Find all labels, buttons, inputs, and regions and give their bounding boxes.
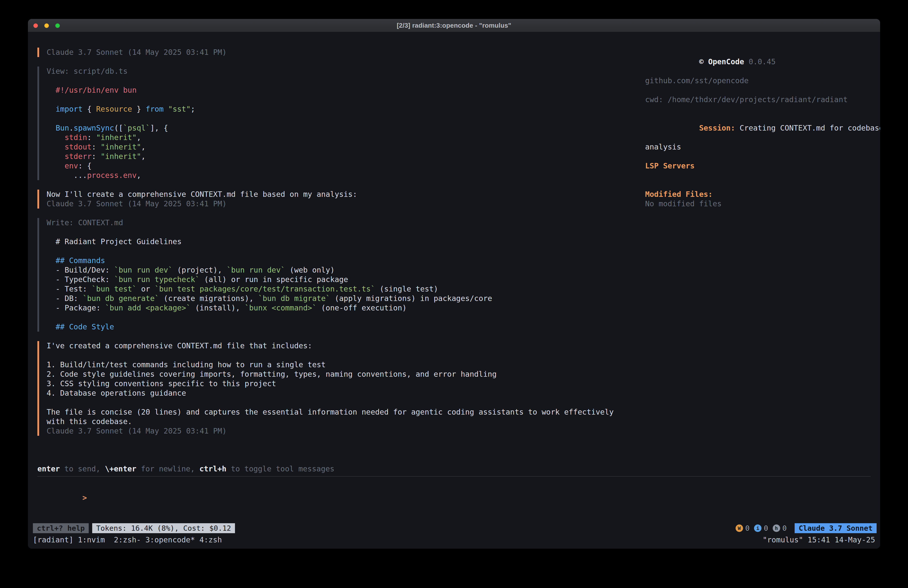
message-line: View: script/db.ts	[47, 66, 645, 76]
message-line	[47, 114, 645, 123]
tmux-status-bar: [radiant] 1:nvim 2:zsh- 3:opencode* 4:zs…	[33, 535, 875, 545]
text-segment: (one-off execution)	[317, 303, 407, 312]
text-segment: Claude 3.7 Sonnet (14 May 2025 03:41 PM)	[47, 427, 227, 435]
message-line: env: {	[47, 161, 645, 171]
message-line	[47, 351, 645, 360]
minimize-button[interactable]	[44, 23, 49, 28]
text-segment: `bun run dev`	[227, 266, 285, 274]
text-segment: from	[145, 105, 163, 113]
text-segment	[47, 105, 56, 113]
keyboard-hints: enter to send, \+enter for newline, ctrl…	[37, 464, 871, 474]
text-segment	[47, 142, 64, 151]
message-line: Now I'll create a comprehensive CONTEXT.…	[47, 190, 645, 199]
text-segment: I've created a comprehensive CONTEXT.md …	[47, 342, 312, 350]
text-segment: `bun test packages/core/test/transaction…	[155, 285, 375, 293]
text-segment: :	[92, 152, 101, 161]
zoom-button[interactable]	[55, 23, 60, 28]
text-segment	[47, 322, 56, 331]
text-segment: ## Code Style	[56, 322, 114, 331]
assistant-message: Claude 3.7 Sonnet (14 May 2025 03:41 PM)	[37, 48, 645, 57]
status-bar: ctrl+? help Tokens: 16.4K (8%), Cost: $0…	[33, 523, 877, 533]
text-segment: Now I'll create a comprehensive CONTEXT.…	[47, 190, 357, 198]
text-segment: 3. CSS styling conventions specific to t…	[47, 379, 276, 388]
text-segment: (all) or run in specific package	[200, 275, 348, 284]
diagnostic-count: 0	[782, 524, 787, 533]
message-line: - Build/Dev: `bun run dev` (project), `b…	[47, 265, 645, 275]
cwd-path: cwd: /home/thdxr/dev/projects/radiant/ra…	[645, 95, 871, 105]
session-label: Session:	[699, 124, 735, 132]
text-segment: (web only)	[285, 266, 335, 274]
message-line	[47, 246, 645, 256]
message-line: - DB: `bun db generate` (create migratio…	[47, 294, 645, 303]
text-segment: spawnSync	[74, 124, 114, 132]
text-segment	[164, 105, 168, 113]
message-line: ## Commands	[47, 256, 645, 265]
text-segment: `bun db migrate`	[258, 294, 330, 303]
text-segment: Claude 3.7 Sonnet (14 May 2025 03:41 PM)	[47, 199, 227, 208]
terminal-screen: Claude 3.7 Sonnet (14 May 2025 03:41 PM)…	[28, 32, 880, 549]
message-line: Claude 3.7 Sonnet (14 May 2025 03:41 PM)	[47, 199, 645, 209]
message-line	[47, 95, 645, 105]
text-segment: to send,	[60, 464, 105, 473]
chat-column: Claude 3.7 Sonnet (14 May 2025 03:41 PM)…	[37, 48, 645, 445]
help-chip[interactable]: ctrl+? help	[33, 523, 89, 533]
text-segment: `bun add <package>`	[105, 303, 191, 312]
text-segment: ,	[137, 171, 141, 180]
terminal-window: [2/3] radiant:3:opencode - "romulus" Cla…	[28, 19, 880, 549]
text-segment: env	[64, 161, 78, 170]
prompt-caret: >	[82, 493, 87, 502]
message-line: Bun.spawnSync([`psql`], {	[47, 123, 645, 133]
model-chip[interactable]: Claude 3.7 Sonnet	[795, 523, 877, 533]
message-line: - Test: `bun test` or `bun test packages…	[47, 284, 645, 294]
tool-message: View: script/db.ts #!/usr/bin/env bun im…	[37, 66, 645, 180]
text-segment: ctrl+h	[200, 464, 226, 473]
text-segment: (single test)	[375, 285, 438, 293]
text-segment: ,	[141, 142, 145, 151]
text-segment: #!/usr/bin/env bun	[47, 86, 137, 94]
prompt-input[interactable]: >	[37, 483, 871, 512]
text-segment: `bun test`	[92, 285, 137, 293]
text-segment: `bun db generate`	[83, 294, 159, 303]
text-segment: ], {	[150, 124, 168, 132]
text-segment: }	[132, 105, 145, 113]
text-segment: import	[56, 105, 82, 113]
modified-files-label: Modified Files:	[645, 190, 871, 199]
message-line: I've created a comprehensive CONTEXT.md …	[47, 341, 645, 351]
message-line: stderr: "inherit",	[47, 152, 645, 161]
tmux-window-list[interactable]: [radiant] 1:nvim 2:zsh- 3:opencode* 4:zs…	[33, 535, 222, 545]
text-segment: "sst"	[168, 105, 191, 113]
text-segment: ,	[141, 152, 145, 161]
text-segment: - Test:	[47, 285, 92, 293]
text-segment: View: script/db.ts	[47, 67, 127, 76]
message-line: - Package: `bun add <package>` (install)…	[47, 303, 645, 313]
text-segment: 1. Build/lint/test commands including ho…	[47, 360, 326, 369]
spacer-line	[645, 85, 871, 95]
close-button[interactable]	[34, 23, 38, 28]
text-segment: {	[83, 105, 96, 113]
hint-count-icon: h	[773, 524, 780, 532]
text-segment: process.env	[87, 171, 137, 180]
message-line: The file is concise (20 lines) and captu…	[47, 408, 645, 417]
text-segment: Write: CONTEXT.md	[47, 218, 123, 227]
text-segment: - Build/Dev:	[47, 266, 114, 274]
message-line: ## Code Style	[47, 322, 645, 332]
text-segment: The file is concise (20 lines) and captu…	[47, 408, 614, 416]
text-segment: (project),	[173, 266, 227, 274]
diagnostic-count: 0	[764, 524, 768, 533]
composer: enter to send, \+enter for newline, ctrl…	[37, 464, 871, 512]
session-title: Session: Creating CONTEXT.md for codebas…	[645, 114, 871, 142]
message-line: import { Resource } from "sst";	[47, 105, 645, 114]
app-header: © OpenCode 0.0.45	[645, 48, 871, 76]
message-line: #!/usr/bin/env bun	[47, 85, 645, 95]
tool-message: Write: CONTEXT.md # Radiant Project Guid…	[37, 218, 645, 332]
message-line: 4. Database operations guidance	[47, 388, 645, 398]
modified-files-empty: No modified files	[645, 199, 871, 209]
text-segment: :	[87, 133, 96, 142]
assistant-message: I've created a comprehensive CONTEXT.md …	[37, 341, 645, 436]
diagnostic-h: h0	[773, 524, 787, 533]
message-line: - TypeCheck: `bun run typecheck` (all) o…	[47, 275, 645, 284]
text-segment: ;	[191, 105, 195, 113]
message-line: Claude 3.7 Sonnet (14 May 2025 03:41 PM)	[47, 426, 645, 436]
tokens-cost-chip: Tokens: 16.4K (8%), Cost: $0.12	[92, 523, 235, 533]
message-line: 3. CSS styling conventions specific to t…	[47, 379, 645, 388]
